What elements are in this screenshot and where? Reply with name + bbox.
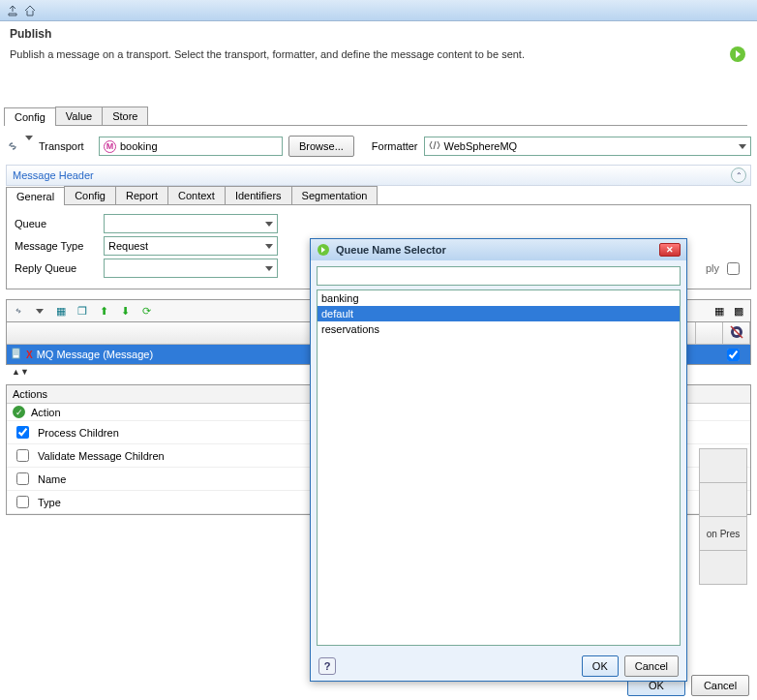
message-row-text: MQ Message (Message) (37, 349, 153, 360)
copy-icon[interactable]: ❐ (75, 303, 90, 319)
transport-label: Transport (39, 140, 93, 152)
queue-item-default[interactable]: default (318, 306, 680, 321)
chevron-down-icon (265, 244, 273, 249)
extra-column-2[interactable] (723, 322, 750, 344)
dropdown-caret-icon[interactable] (25, 140, 33, 152)
extra-column-1[interactable] (696, 322, 723, 344)
queue-list[interactable]: banking default reservations (317, 289, 681, 646)
dialog-icon (317, 243, 330, 257)
queue-combo[interactable] (104, 214, 278, 233)
tab-value[interactable]: Value (55, 107, 103, 125)
action-label: Validate Message Children (38, 450, 165, 462)
formatter-select[interactable]: WebSphereMQ (424, 137, 751, 156)
tab-context[interactable]: Context (167, 186, 226, 204)
refresh-icon[interactable]: ⟳ (138, 303, 154, 319)
queue-label: Queue (15, 218, 98, 229)
message-type-value: Request (108, 240, 148, 252)
action-checkbox[interactable] (16, 472, 29, 485)
tab-store[interactable]: Store (102, 107, 148, 125)
close-icon[interactable]: ✕ (659, 243, 681, 257)
transport-value: booking (120, 140, 158, 152)
action-label: Process Children (38, 427, 119, 439)
action-checkbox[interactable] (16, 449, 29, 462)
transport-input[interactable]: M booking (99, 137, 283, 156)
dialog-title: Queue Name Selector (336, 244, 446, 256)
message-row-checkbox[interactable] (727, 349, 740, 361)
main-tabs: Config Value Store (4, 107, 747, 126)
error-icon: X (26, 350, 33, 360)
message-type-combo[interactable]: Request (104, 236, 278, 256)
grid-detail-icon[interactable]: ▩ (731, 303, 746, 319)
run-icon[interactable] (728, 45, 747, 64)
home-icon[interactable] (23, 4, 37, 17)
formatter-label: Formatter (372, 140, 418, 152)
tab-report[interactable]: Report (115, 186, 168, 204)
tab-identifiers[interactable]: Identifiers (225, 186, 292, 204)
cancel-button[interactable]: Cancel (691, 675, 749, 696)
tab-config[interactable]: Config (4, 107, 56, 126)
reply-queue-label: Reply Queue (15, 262, 98, 274)
action-label: Name (38, 473, 66, 485)
obscured-cell-text: on Pres (699, 516, 747, 551)
queue-item-banking[interactable]: banking (318, 290, 680, 306)
xml-icon (429, 139, 440, 153)
chevron-down-icon (739, 144, 746, 149)
check-icon: ✓ (13, 406, 25, 418)
up-icon[interactable]: ⬆ (96, 303, 111, 319)
collapse-button[interactable]: ⌃ (731, 167, 746, 183)
dialog-ok-button[interactable]: OK (582, 655, 619, 677)
formatter-value: WebSphereMQ (444, 140, 518, 152)
action-column-label: Action (31, 407, 61, 418)
obscured-column: on Pres (699, 448, 747, 584)
browse-button[interactable]: Browse... (288, 136, 354, 157)
queue-filter-input[interactable] (317, 266, 681, 286)
window-titlebar (0, 0, 757, 21)
chevron-down-icon (265, 266, 273, 271)
section-title: Message Header (13, 169, 94, 181)
grid-view-icon[interactable]: ▦ (712, 303, 727, 319)
link-icon[interactable] (6, 139, 19, 153)
tab-general[interactable]: General (6, 187, 65, 205)
page-description: Publish a message on a transport. Select… (10, 48, 720, 60)
reply-queue-combo[interactable] (104, 259, 278, 278)
queue-name-selector-dialog: Queue Name Selector ✕ banking default re… (310, 238, 687, 682)
action-checkbox[interactable] (16, 426, 29, 439)
queue-item-reservations[interactable]: reservations (318, 321, 680, 337)
doc-icon (11, 348, 22, 361)
dialog-cancel-button[interactable]: Cancel (624, 655, 679, 677)
mq-icon: M (104, 140, 116, 153)
tab-config-inner[interactable]: Config (64, 186, 116, 204)
caret-icon[interactable] (32, 303, 47, 319)
dialog-titlebar[interactable]: Queue Name Selector ✕ (311, 239, 686, 260)
message-type-label: Message Type (15, 240, 98, 252)
chevron-down-icon (265, 222, 273, 227)
action-label: Type (38, 497, 61, 508)
help-icon[interactable]: ? (318, 657, 336, 675)
down-icon[interactable]: ⬇ (117, 303, 133, 319)
link-icon[interactable] (11, 303, 26, 319)
tab-segmentation[interactable]: Segmentation (291, 186, 378, 204)
action-checkbox[interactable] (16, 496, 29, 508)
export-icon[interactable] (6, 4, 19, 17)
header-tabs: General Config Report Context Identifier… (6, 186, 751, 205)
reply-extra-label: ply (706, 262, 719, 274)
reply-extra-checkbox[interactable] (727, 262, 740, 275)
page-title: Publish (10, 27, 747, 41)
new-icon[interactable]: ▦ (53, 303, 69, 319)
message-header-section: Message Header ⌃ (6, 165, 751, 186)
